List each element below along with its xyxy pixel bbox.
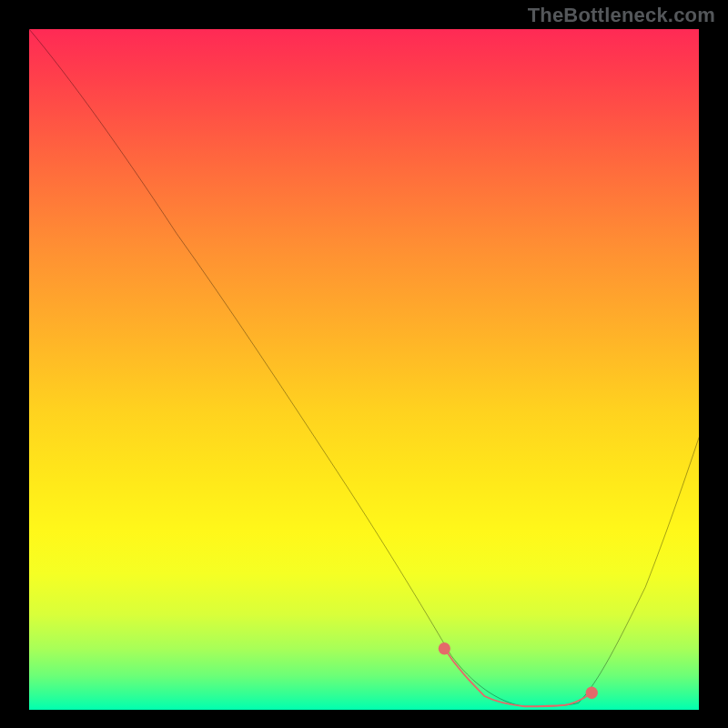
chart-frame: TheBottleneck.com: [0, 0, 728, 728]
highlight-segment: [444, 649, 592, 707]
highlight-dot-start: [439, 642, 450, 654]
bottleneck-curve-plot: [29, 29, 699, 710]
curve-svg: [29, 29, 699, 710]
highlight-dot-end: [586, 687, 598, 699]
bottleneck-curve-line: [29, 29, 699, 706]
watermark-text: TheBottleneck.com: [528, 4, 715, 27]
